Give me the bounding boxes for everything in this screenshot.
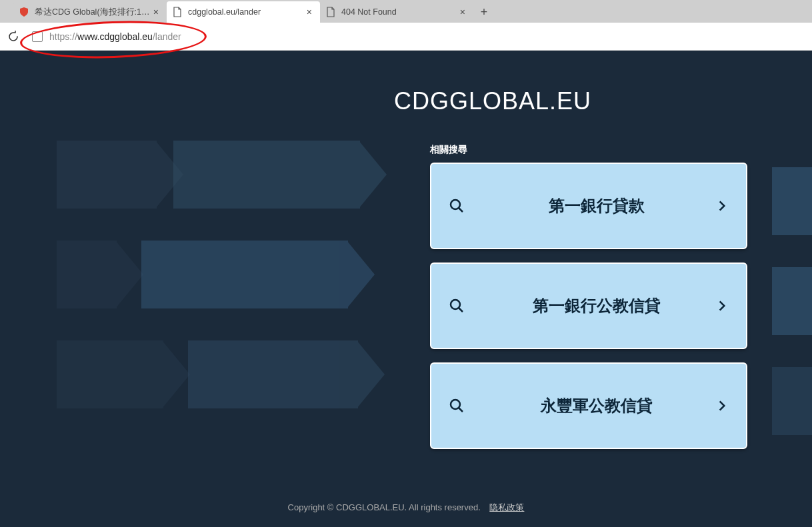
search-icon: [449, 398, 465, 414]
url-domain: www.cdgglobal.eu: [77, 31, 153, 42]
refresh-button[interactable]: [5, 29, 21, 45]
tab-title: 希达CDG Global(海投排行:1255)_: [35, 7, 151, 18]
copyright-text: Copyright © CDGGLOBAL.EU. All rights res…: [288, 502, 481, 512]
svg-point-2: [451, 300, 460, 309]
svg-line-1: [459, 208, 463, 212]
svg-point-0: [451, 200, 460, 209]
tab-title: cdgglobal.eu/lander: [188, 7, 304, 17]
file-icon: [172, 7, 183, 17]
related-search-label: 第一銀行公教信貸: [478, 295, 715, 316]
decorative-arrows-left: [57, 141, 390, 440]
url-input[interactable]: https://www.cdgglobal.eu/lander: [24, 27, 807, 47]
privacy-link[interactable]: 隐私政策: [489, 502, 524, 512]
decorative-arrows-right: [772, 167, 812, 467]
browser-tab-2[interactable]: 404 Not Found ×: [320, 1, 473, 23]
related-search-item-2[interactable]: 永豐軍公教信貸: [430, 362, 747, 449]
chevron-right-icon: [715, 299, 729, 312]
related-searches: 相關搜尋 第一銀行貸款 第一銀行公教信貸 永豐軍公教信貸: [430, 144, 747, 462]
page-title: CDGGLOBAL.EU: [394, 87, 591, 115]
related-searches-label: 相關搜尋: [430, 144, 747, 156]
related-search-label: 第一銀行貸款: [478, 195, 715, 217]
svg-line-5: [459, 408, 463, 412]
url-path: /lander: [153, 31, 181, 42]
site-info-icon[interactable]: [32, 31, 43, 42]
related-search-item-0[interactable]: 第一銀行貸款: [430, 163, 747, 249]
search-icon: [449, 198, 465, 214]
svg-point-4: [451, 400, 460, 409]
browser-tab-0[interactable]: 希达CDG Global(海投排行:1255)_ ×: [13, 1, 167, 23]
page-footer: Copyright © CDGGLOBAL.EU. All rights res…: [0, 502, 812, 514]
page-content: CDGGLOBAL.EU 相關搜尋 第一銀行貸款 第一銀行公教信貸: [0, 51, 812, 527]
svg-line-3: [459, 308, 463, 312]
close-icon[interactable]: ×: [304, 7, 315, 17]
file-icon: [325, 7, 336, 17]
new-tab-button[interactable]: +: [473, 1, 495, 23]
close-icon[interactable]: ×: [151, 7, 161, 17]
browser-tab-1[interactable]: cdgglobal.eu/lander ×: [167, 1, 320, 23]
chevron-right-icon: [715, 199, 729, 213]
shield-red-icon: [19, 7, 29, 17]
chevron-right-icon: [715, 399, 729, 412]
related-search-label: 永豐軍公教信貸: [478, 395, 715, 416]
close-icon[interactable]: ×: [457, 7, 468, 17]
related-search-item-1[interactable]: 第一銀行公教信貸: [430, 263, 747, 349]
url-protocol: https://: [49, 31, 77, 42]
address-bar: https://www.cdgglobal.eu/lander: [0, 23, 812, 51]
tab-title: 404 Not Found: [341, 7, 457, 17]
tab-strip: 希达CDG Global(海投排行:1255)_ × cdgglobal.eu/…: [0, 0, 812, 23]
search-icon: [449, 298, 465, 314]
